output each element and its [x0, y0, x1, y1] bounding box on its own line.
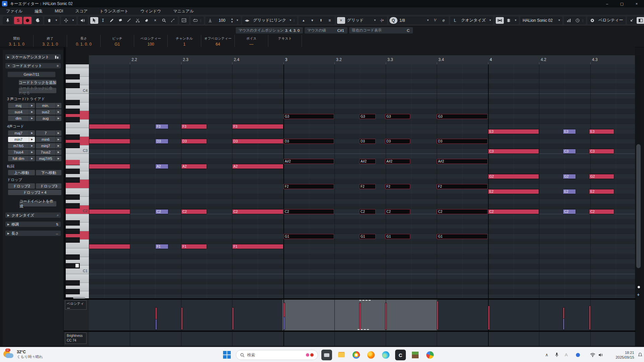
velocity-lane-label[interactable]: ベロシティー [65, 300, 87, 310]
menu-ファイル[interactable]: ファイル [0, 7, 29, 15]
chord-type-sus4[interactable]: sus4▶ [8, 109, 35, 115]
midi-note-F3[interactable]: F3 [155, 124, 168, 129]
info-field-長さ[interactable]: 長さ0. 1. 0. 0 [67, 35, 101, 47]
cc-lane-label[interactable]: BrightnessCC 74 [65, 333, 87, 344]
velocity-lane[interactable] [89, 300, 635, 330]
chord-type-min6[interactable]: min6▶ [36, 137, 61, 142]
chevron-down-icon[interactable]: ▼ [426, 19, 430, 22]
menu-マニュアル[interactable]: マニュアル [167, 7, 200, 15]
chord-type-maj7/#5[interactable]: maj7/#5▶ [36, 156, 61, 161]
quantize-preset-value[interactable]: 1/8 [398, 18, 425, 23]
midi-note-D3[interactable]: D3 [181, 139, 207, 144]
ime-indicator[interactable]: A [563, 347, 570, 362]
midi-note-G1[interactable]: G1 [385, 234, 410, 239]
section-chord-editing[interactable]: ▼ コードエディット ≡ [5, 63, 61, 68]
midi-note-G2[interactable]: G2 [589, 174, 614, 179]
velocity-bar-secondary[interactable] [563, 318, 565, 330]
controller-lane[interactable] [89, 332, 635, 346]
midi-note-F3[interactable]: F3 [181, 124, 207, 129]
velocity-bar[interactable] [589, 306, 591, 330]
iterative-quantize-icon[interactable]: ⅟ [431, 17, 439, 24]
show-left-zone-icon[interactable] [637, 17, 644, 24]
midi-note-F3[interactable] [89, 124, 130, 129]
midi-note-D3[interactable]: D3 [232, 139, 283, 144]
key-C#3[interactable] [66, 143, 80, 148]
selection-handle-top[interactable] [359, 300, 371, 301]
chord-apply-arrow-icon[interactable]: ▶ [29, 116, 35, 121]
midi-note-C3[interactable]: C3 [563, 149, 576, 154]
midi-note-F1[interactable]: F1 [181, 244, 207, 249]
key-D#3[interactable] [66, 134, 80, 140]
line-tool[interactable] [169, 17, 177, 24]
taskbar-app-chrome[interactable] [351, 350, 362, 360]
midi-note-F2[interactable]: F2 [437, 184, 488, 189]
microphone-icon[interactable] [553, 347, 561, 362]
show-note-expression-icon[interactable] [180, 17, 188, 24]
minimize-button[interactable]: – [600, 0, 614, 7]
chord-type-7sus4[interactable]: 7sus4▶ [8, 149, 35, 155]
info-value[interactable]: 1 [168, 42, 201, 47]
midi-note-E3[interactable]: E3 [563, 129, 576, 134]
chord-apply-arrow-icon[interactable]: ▶ [56, 130, 61, 136]
menu-ウィンドウ[interactable]: ウィンドウ [135, 7, 167, 15]
velocity-bar-secondary[interactable] [155, 319, 157, 330]
inversion-下へ移動[interactable]: 下へ移動 [36, 170, 61, 175]
midi-note-C2[interactable]: C2 [488, 209, 539, 214]
snap-type-icon[interactable]: -|+ [378, 17, 386, 24]
length-quantize-l-icon[interactable]: L [451, 17, 459, 24]
chord-type-7sus2[interactable]: 7sus2▶ [36, 149, 61, 155]
drop-ドロップ3[interactable]: ドロップ3 [36, 183, 61, 189]
midi-note-C2[interactable]: C2 [359, 209, 376, 214]
pitch-visibility-icon[interactable]: ◀▶ [243, 17, 251, 24]
velocity-bar[interactable] [437, 301, 438, 330]
midi-note-D3[interactable]: D3 [385, 139, 410, 144]
pin-editor-icon[interactable] [4, 17, 12, 24]
midi-note-F2[interactable]: F2 [385, 184, 410, 189]
chord-apply-arrow-icon[interactable]: ▶ [56, 143, 61, 148]
info-field-ピッチ[interactable]: ピッチG1 [101, 35, 134, 47]
chord-apply-arrow-icon[interactable]: ▶ [56, 149, 61, 155]
midi-note-E2[interactable]: E2 [488, 189, 539, 194]
info-field-ボイス[interactable]: ボイス— [235, 35, 268, 47]
taskbar-app-minecraft[interactable] [410, 350, 421, 360]
note-display-grid[interactable]: F3D3A2C2F1F3D3A2C2F1F3D3A2C2F1G3D3A#2F2C… [89, 64, 635, 298]
chevron-down-icon[interactable]: ▼ [557, 19, 561, 22]
midi-note-A#2[interactable]: A#2 [385, 159, 410, 164]
chord-type-minj7[interactable]: minj7▶ [36, 143, 61, 148]
midi-note-F1[interactable] [89, 244, 130, 249]
midi-note-C2[interactable]: C2 [283, 209, 334, 214]
chevron-down-icon[interactable]: ▼ [513, 19, 518, 22]
midi-note-C2[interactable] [89, 209, 130, 214]
chord-apply-arrow-icon[interactable]: ▶ [56, 109, 61, 115]
midi-note-A2[interactable]: A2 [232, 164, 283, 169]
maximize-button[interactable]: ▢ [614, 0, 629, 7]
midi-note-C2[interactable]: C2 [181, 209, 207, 214]
chord-apply-arrow-icon[interactable]: ▶ [29, 109, 35, 115]
nudge-down-icon[interactable]: ▼ [308, 17, 316, 24]
info-field-終了[interactable]: 終了3. 2. 1. 0 [34, 35, 67, 47]
info-value[interactable]: 3. 2. 1. 0 [34, 42, 67, 47]
midi-note-E3[interactable]: E3 [488, 129, 539, 134]
chevron-down-icon[interactable]: ▼ [54, 19, 59, 22]
midi-note-G1[interactable]: G1 [437, 234, 488, 239]
zoom-tool[interactable] [160, 17, 168, 24]
info-field-テキスト[interactable]: テキスト [268, 35, 302, 47]
key-F#2[interactable] [66, 177, 80, 183]
menu-MIDI[interactable]: MIDI [49, 7, 69, 15]
add-chord-track-button[interactable]: コードトラックを追加 [19, 80, 56, 85]
info-value[interactable]: 100 [134, 42, 167, 47]
chord-apply-arrow-icon[interactable]: ▶ [29, 143, 35, 148]
velocity-bar[interactable] [385, 303, 387, 330]
insert-velocity-value[interactable]: 100 [215, 18, 229, 23]
nudge-settings-icon[interactable]: ≡ [326, 17, 334, 24]
midi-note-E2[interactable]: E2 [589, 189, 614, 194]
selection-handle-bottom[interactable] [358, 329, 369, 330]
key-D#2[interactable] [66, 194, 80, 200]
taskbar-app-browser[interactable] [425, 350, 435, 360]
midi-note-E3[interactable]: E3 [589, 129, 614, 134]
length-quantize-value[interactable]: クオンタイズ [460, 17, 487, 23]
key-C#4[interactable] [66, 83, 80, 88]
taskbar-app-task-view[interactable] [321, 350, 332, 360]
info-field-開始[interactable]: 開始3. 1. 1. 0 [0, 35, 34, 47]
chord-type-maj7[interactable]: maj7▶ [8, 130, 35, 136]
